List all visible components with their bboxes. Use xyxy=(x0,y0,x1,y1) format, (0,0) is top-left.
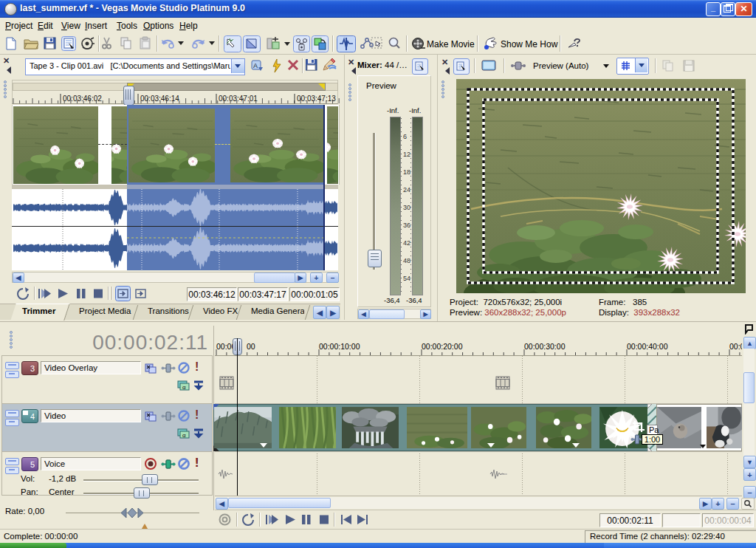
svg-text:00:00:20:00: 00:00:20:00 xyxy=(422,342,463,351)
svg-text:00:03:47:01: 00:03:47:01 xyxy=(219,95,258,103)
svg-text:00:03:46:02: 00:03:46:02 xyxy=(63,95,102,103)
svg-text:α: α xyxy=(182,384,186,391)
svg-text:00:00:10:00: 00:00:10:00 xyxy=(319,342,360,351)
svg-text:00:03:47:13: 00:03:47:13 xyxy=(297,95,336,103)
svg-text:00:00:30:00: 00:00:30:00 xyxy=(524,342,566,351)
svg-text:00:0: 00:0 xyxy=(729,342,742,351)
svg-text:A: A xyxy=(253,62,258,69)
svg-text:α: α xyxy=(182,432,186,439)
svg-text:00:03:46:14: 00:03:46:14 xyxy=(140,95,179,103)
svg-text:00:00:40:00: 00:00:40:00 xyxy=(627,342,668,351)
svg-text:00: 00 xyxy=(247,342,255,351)
